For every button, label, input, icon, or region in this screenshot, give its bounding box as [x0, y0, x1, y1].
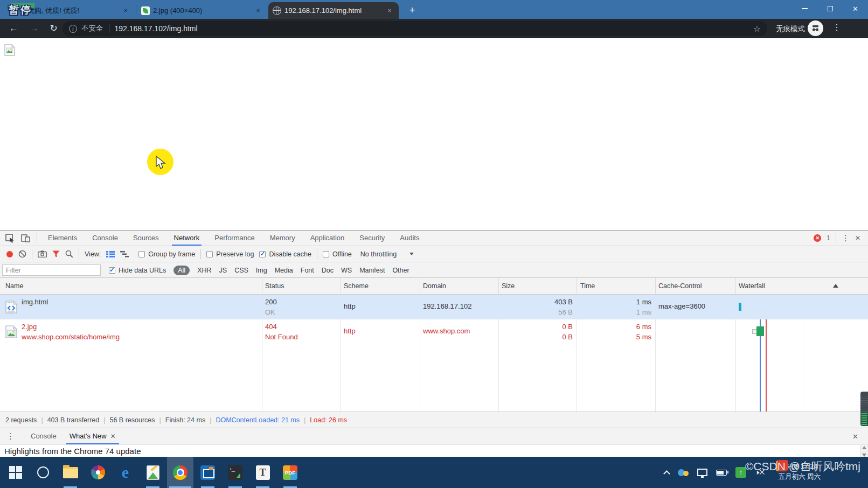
page-viewport — [0, 38, 868, 230]
hide-data-urls-checkbox[interactable]: Hide data URLs — [109, 267, 166, 274]
address-bar[interactable]: i 不安全 192.168.17.102/img.html ☆ — [63, 21, 767, 36]
tab-close-icon[interactable]: × — [121, 6, 130, 15]
large-rows-view-icon[interactable] — [106, 251, 115, 257]
clear-icon[interactable] — [18, 250, 26, 258]
filter-type-img[interactable]: Img — [256, 267, 267, 274]
devtools-menu-button[interactable]: ⋮ — [842, 233, 850, 243]
column-header-status[interactable]: Status — [265, 282, 284, 290]
info-icon[interactable]: i — [69, 25, 77, 33]
column-header-domain[interactable]: Domain — [423, 282, 446, 290]
devtools-tab-network[interactable]: Network — [166, 231, 207, 246]
devtools-tab-memory[interactable]: Memory — [262, 231, 303, 246]
media-player-button[interactable] — [85, 457, 111, 488]
devtools-tab-security[interactable]: Security — [352, 231, 392, 246]
cloud-app-icon[interactable] — [678, 468, 689, 477]
column-header-name[interactable]: Name — [5, 282, 23, 290]
bookmark-star-icon[interactable]: ☆ — [753, 24, 761, 34]
browser-tab-imghtml-active[interactable]: 192.168.17.102/img.html × — [268, 2, 399, 19]
error-count[interactable]: 1 — [827, 234, 830, 242]
csdn-watermark: ©CSDN @自听风吟tmj — [745, 459, 860, 474]
filter-type-other[interactable]: Other — [392, 267, 409, 274]
disable-cache-checkbox[interactable]: Disable cache — [259, 250, 311, 258]
new-tab-button[interactable]: + — [405, 4, 419, 16]
drawer-content: Highlights from the Chrome 74 update — [0, 444, 868, 457]
summary-divider: | — [304, 416, 305, 424]
vmware-button[interactable] — [195, 457, 221, 488]
devtools-tab-application[interactable]: Application — [303, 231, 352, 246]
search-icon[interactable] — [65, 250, 73, 258]
filter-type-font[interactable]: Font — [301, 267, 314, 274]
drawer-scrollbar[interactable] — [860, 445, 868, 457]
network-request-row-2jpg[interactable]: 2.jpg www.shop.com/static/home/img 404 N… — [0, 319, 868, 344]
window-close-button[interactable]: ✕ — [843, 0, 868, 17]
device-toolbar-icon[interactable] — [21, 234, 30, 242]
column-header-waterfall[interactable]: Waterfall — [739, 282, 765, 290]
browser-menu-button[interactable]: ⋮ — [831, 22, 842, 32]
file-explorer-button[interactable] — [57, 457, 84, 488]
column-header-size[interactable]: Size — [502, 282, 515, 290]
devtools-tab-elements[interactable]: Elements — [40, 231, 85, 246]
terminal-app-button[interactable] — [222, 457, 248, 488]
throttling-select[interactable]: No throttling — [360, 250, 397, 258]
filter-input[interactable] — [2, 264, 101, 276]
sort-ascending-icon[interactable] — [833, 284, 838, 288]
drawer-tab-console[interactable]: Console — [24, 428, 63, 444]
window-maximize-button[interactable] — [817, 0, 843, 17]
chrome-button[interactable] — [167, 457, 193, 488]
start-button[interactable] — [2, 457, 29, 488]
screenshot-camera-icon[interactable] — [38, 250, 47, 257]
devtools-close-button[interactable]: ✕ — [855, 234, 860, 242]
filter-type-js[interactable]: JS — [219, 267, 227, 274]
filter-type-xhr[interactable]: XHR — [197, 267, 211, 274]
reload-button[interactable]: ↻ — [46, 22, 61, 36]
drawer-tab-whats-new[interactable]: What's New ✕ — [63, 428, 122, 444]
scroll-up-icon[interactable] — [862, 446, 866, 449]
filter-type-ws[interactable]: WS — [341, 267, 352, 274]
window-minimize-button[interactable] — [792, 0, 817, 17]
filter-type-css[interactable]: CSS — [234, 267, 248, 274]
image-editor-button[interactable] — [140, 457, 166, 488]
edge-button[interactable]: e — [112, 457, 138, 488]
recorder-overlay-widget[interactable] — [860, 392, 868, 426]
devtools-tab-console[interactable]: Console — [85, 231, 126, 246]
column-header-time[interactable]: Time — [580, 282, 595, 290]
filter-type-media[interactable]: Media — [275, 267, 293, 274]
browser-tab-2jpg[interactable]: 2.jpg (400×400) × — [137, 2, 267, 19]
battery-icon[interactable] — [716, 470, 727, 476]
inspect-element-icon[interactable] — [5, 234, 15, 243]
drawer-close-button[interactable]: ✕ — [852, 433, 868, 441]
forward-button[interactable]: → — [27, 22, 41, 36]
devtools-panel: Elements Console Sources Network Perform… — [0, 230, 868, 457]
network-display-icon[interactable] — [697, 469, 707, 476]
filter-type-manifest[interactable]: Manifest — [359, 267, 385, 274]
tray-expand-icon[interactable] — [663, 470, 670, 477]
devtools-tab-audits[interactable]: Audits — [392, 231, 427, 246]
preserve-log-checkbox[interactable]: Preserve log — [206, 250, 254, 258]
security-label[interactable]: 不安全 — [81, 24, 103, 33]
cortana-button[interactable] — [30, 457, 56, 488]
devtools-tab-performance[interactable]: Performance — [207, 231, 262, 246]
back-button[interactable]: ← — [6, 22, 21, 36]
error-badge-icon[interactable]: ✕ — [814, 234, 821, 242]
url-text[interactable]: 192.168.17.102/img.html — [115, 24, 198, 33]
devtools-tab-sources[interactable]: Sources — [126, 231, 166, 246]
record-button[interactable] — [6, 251, 13, 257]
group-by-frame-checkbox[interactable]: Group by frame — [138, 250, 195, 258]
overview-view-icon[interactable] — [120, 251, 129, 257]
typora-button[interactable]: T — [249, 457, 276, 488]
column-header-scheme[interactable]: Scheme — [344, 282, 369, 290]
offline-checkbox[interactable]: Offline — [323, 250, 352, 258]
throttling-dropdown-icon[interactable] — [409, 253, 414, 255]
column-header-cache[interactable]: Cache-Control — [658, 282, 702, 290]
drawer-tab-close-icon[interactable]: ✕ — [110, 428, 116, 444]
tab-close-icon[interactable]: × — [385, 6, 394, 15]
drawer-tab-label: What's New — [70, 428, 107, 444]
network-request-row-imghtml[interactable]: img.html 200 OK http 192.168.17.102 403 … — [0, 295, 868, 319]
drawer-menu-button[interactable]: ⋮ — [6, 431, 15, 441]
tab-close-icon[interactable]: × — [253, 6, 263, 15]
filter-type-doc[interactable]: Doc — [322, 267, 334, 274]
filter-funnel-icon[interactable] — [52, 250, 60, 257]
filter-type-all[interactable]: All — [173, 266, 190, 275]
pdf-reader-button[interactable]: PDF — [277, 457, 303, 488]
incognito-avatar[interactable] — [808, 20, 823, 36]
